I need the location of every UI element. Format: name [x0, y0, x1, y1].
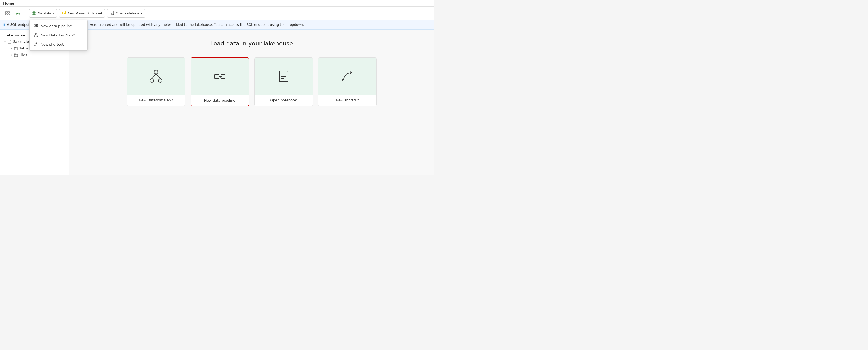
new-item-button[interactable] [3, 9, 12, 18]
card-new-data-pipeline[interactable]: New data pipeline [191, 57, 249, 106]
card-new-dataflow-gen2[interactable]: New Dataflow Gen2 [127, 57, 185, 106]
card-top-notebook [255, 58, 313, 95]
svg-point-23 [37, 36, 38, 37]
open-notebook-label: Open notebook [116, 11, 140, 15]
dropdown-item-new-data-pipeline[interactable]: New data pipeline [30, 21, 88, 31]
card-top-shortcut [318, 58, 376, 95]
toolbar-divider-1 [26, 10, 26, 17]
content-area: Load data in your lakehouse New Dataflow… [69, 30, 434, 175]
svg-line-32 [156, 74, 160, 79]
card-label-shortcut: New shortcut [318, 95, 376, 105]
svg-rect-2 [6, 14, 7, 15]
sidebar: Lakehouse ▾ SalesLakehouse ▾ Tables ▾ [0, 30, 69, 175]
get-data-icon [32, 11, 36, 16]
svg-rect-9 [62, 12, 63, 14]
svg-line-25 [36, 34, 37, 36]
open-notebook-chevron: ▾ [141, 12, 142, 14]
get-data-dropdown: New data pipeline New Dataflow Gen2 [29, 20, 88, 51]
svg-point-22 [34, 36, 35, 37]
dataflow-menu-icon [34, 33, 38, 38]
svg-point-21 [35, 33, 36, 34]
files-label: Files [20, 53, 27, 57]
chevron-down-icon: ▾ [4, 40, 6, 43]
card-top-pipeline [191, 58, 249, 95]
chevron-right-icon: ▾ [11, 47, 12, 50]
settings-button[interactable] [14, 9, 22, 18]
new-power-bi-button[interactable]: New Power BI dataset [59, 9, 105, 18]
card-label-dataflow: New Dataflow Gen2 [127, 95, 185, 105]
get-data-button[interactable]: Get data ▾ [29, 9, 57, 18]
card-label-pipeline: New data pipeline [191, 95, 249, 106]
info-icon: ℹ [3, 22, 5, 27]
cards-row: New Dataflow Gen2 New data pipeline [127, 57, 377, 106]
pipeline-card-icon [213, 70, 227, 84]
notebook-card-icon [277, 69, 290, 83]
files-folder-icon [14, 53, 18, 57]
svg-rect-27 [8, 41, 11, 43]
card-top-dataflow [127, 58, 185, 95]
svg-point-28 [154, 70, 158, 74]
card-open-notebook[interactable]: Open notebook [254, 57, 313, 106]
power-bi-icon [62, 11, 66, 16]
lakehouse-icon [8, 40, 11, 43]
svg-rect-6 [34, 11, 36, 12]
dropdown-item-shortcut-label: New shortcut [41, 42, 64, 47]
new-power-bi-label: New Power BI dataset [68, 11, 102, 15]
svg-rect-7 [32, 13, 34, 14]
svg-rect-3 [8, 13, 9, 15]
svg-rect-12 [62, 14, 66, 14]
dataflow-card-icon [149, 69, 163, 83]
dropdown-item-dataflow-label: New Dataflow Gen2 [41, 33, 75, 37]
svg-rect-17 [34, 25, 35, 27]
svg-rect-11 [65, 11, 66, 14]
page-title: Home [3, 1, 14, 5]
svg-rect-10 [64, 12, 65, 14]
dropdown-item-pipeline-label: New data pipeline [41, 24, 72, 28]
svg-rect-1 [8, 11, 9, 13]
svg-point-29 [150, 79, 154, 83]
pipeline-menu-icon [34, 23, 38, 28]
folder-icon [14, 47, 18, 50]
svg-line-31 [152, 74, 156, 79]
svg-point-30 [158, 79, 162, 83]
svg-rect-8 [34, 13, 36, 14]
card-new-shortcut[interactable]: New shortcut [318, 57, 377, 106]
svg-point-4 [18, 12, 19, 14]
dropdown-item-new-shortcut[interactable]: New shortcut [30, 40, 88, 49]
tables-label: Tables [20, 46, 30, 50]
sidebar-item-files[interactable]: ▾ Files [0, 52, 69, 58]
toolbar: Get data ▾ New Power BI dataset Open not… [0, 7, 434, 20]
svg-rect-0 [6, 11, 7, 13]
get-data-label: Get data [38, 11, 51, 15]
svg-line-24 [35, 34, 36, 36]
dropdown-item-new-dataflow[interactable]: New Dataflow Gen2 [30, 31, 88, 40]
shortcut-menu-icon [34, 42, 38, 47]
notebook-icon [110, 11, 114, 16]
shortcut-card-icon [341, 69, 354, 83]
open-notebook-button[interactable]: Open notebook ▾ [107, 9, 146, 18]
svg-rect-42 [343, 79, 346, 81]
svg-rect-5 [32, 11, 34, 12]
chevron-right-files-icon: ▾ [11, 54, 12, 56]
svg-rect-33 [215, 75, 219, 79]
get-data-chevron: ▾ [53, 12, 54, 14]
card-label-notebook: Open notebook [255, 95, 313, 105]
main-layout: Lakehouse ▾ SalesLakehouse ▾ Tables ▾ [0, 30, 434, 175]
content-heading: Load data in your lakehouse [210, 40, 293, 47]
